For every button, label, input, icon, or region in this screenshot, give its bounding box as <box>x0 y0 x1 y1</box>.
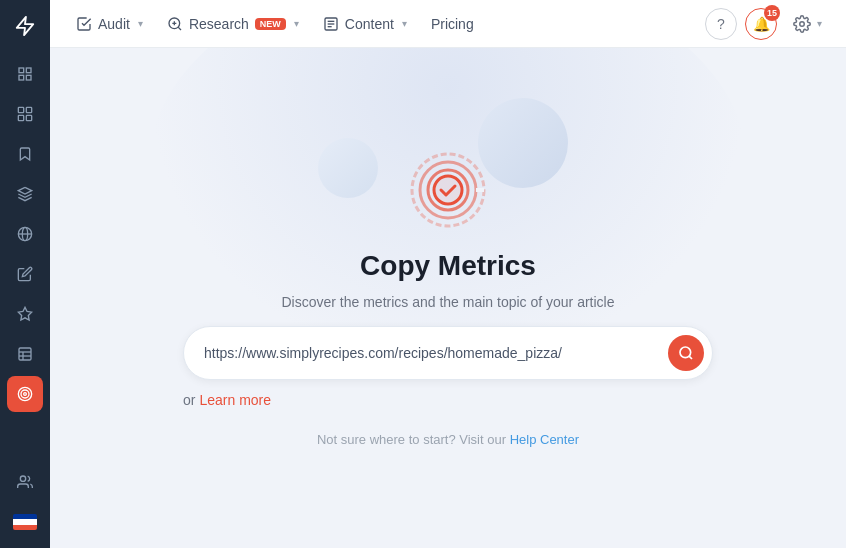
sidebar-item-users[interactable] <box>7 464 43 500</box>
help-center-text: Not sure where to start? Visit our Help … <box>317 432 579 447</box>
svg-point-30 <box>680 347 691 358</box>
notifications-button[interactable]: 🔔 15 <box>745 8 777 40</box>
nav-research-label: Research <box>189 16 249 32</box>
search-bar <box>183 326 713 380</box>
svg-rect-4 <box>18 107 23 112</box>
sidebar-item-edit[interactable] <box>7 256 43 292</box>
nav-content-label: Content <box>345 16 394 32</box>
svg-point-18 <box>24 393 27 396</box>
svg-rect-2 <box>19 75 24 80</box>
sidebar-item-table[interactable] <box>7 336 43 372</box>
sidebar-item-grid[interactable] <box>7 96 43 132</box>
help-center-link[interactable]: Help Center <box>510 432 579 447</box>
main-area: Audit ▾ Research New ▾ Content ▾ Pric <box>50 0 846 548</box>
nav-research[interactable]: Research New ▾ <box>157 10 309 38</box>
svg-marker-11 <box>18 307 31 320</box>
page-title: Copy Metrics <box>360 250 536 282</box>
content-area: Copy Metrics Discover the metrics and th… <box>50 48 846 548</box>
search-button[interactable] <box>668 335 704 371</box>
settings-icon <box>793 15 811 33</box>
svg-rect-5 <box>26 107 31 112</box>
sidebar-item-dashboard[interactable] <box>7 56 43 92</box>
svg-point-25 <box>800 21 805 26</box>
svg-rect-1 <box>26 68 31 73</box>
help-text: Not sure where to start? Visit our <box>317 432 506 447</box>
content-chevron: ▾ <box>402 18 407 29</box>
nav-audit-label: Audit <box>98 16 130 32</box>
svg-rect-6 <box>18 115 23 120</box>
center-content: Copy Metrics Discover the metrics and th… <box>50 150 846 447</box>
research-badge: New <box>255 18 286 30</box>
research-icon <box>167 16 183 32</box>
svg-rect-0 <box>19 68 24 73</box>
content-icon <box>323 16 339 32</box>
svg-rect-3 <box>26 75 31 80</box>
sidebar-item-target[interactable] <box>7 376 43 412</box>
copy-metrics-icon <box>408 150 488 230</box>
research-chevron: ▾ <box>294 18 299 29</box>
sidebar-item-globe[interactable] <box>7 216 43 252</box>
svg-point-19 <box>20 476 25 481</box>
learn-more-row: or Learn more <box>183 392 271 408</box>
header: Audit ▾ Research New ▾ Content ▾ Pric <box>50 0 846 48</box>
help-button[interactable]: ? <box>705 8 737 40</box>
sidebar-item-star[interactable] <box>7 296 43 332</box>
or-label: or <box>183 392 195 408</box>
sidebar-item-flag[interactable] <box>7 504 43 540</box>
nav-content[interactable]: Content ▾ <box>313 10 417 38</box>
svg-rect-7 <box>26 115 31 120</box>
nav-pricing[interactable]: Pricing <box>421 10 484 38</box>
search-icon <box>678 345 694 361</box>
nav-audit[interactable]: Audit ▾ <box>66 10 153 38</box>
header-actions: ? 🔔 15 ▾ <box>705 8 830 40</box>
target-svg <box>408 150 488 230</box>
notification-badge: 15 <box>764 5 780 21</box>
svg-point-29 <box>434 176 462 204</box>
svg-rect-12 <box>19 348 31 360</box>
url-input[interactable] <box>204 345 668 361</box>
audit-chevron: ▾ <box>138 18 143 29</box>
sidebar-logo[interactable] <box>7 8 43 44</box>
sidebar-item-layers[interactable] <box>7 176 43 212</box>
help-icon: ? <box>717 16 725 32</box>
audit-icon <box>76 16 92 32</box>
page-subtitle: Discover the metrics and the main topic … <box>281 294 614 310</box>
svg-point-17 <box>21 390 29 398</box>
sidebar-item-bookmark[interactable] <box>7 136 43 172</box>
sidebar <box>0 0 50 548</box>
settings-chevron: ▾ <box>817 18 822 29</box>
learn-more-link[interactable]: Learn more <box>199 392 271 408</box>
flag-icon <box>13 514 37 530</box>
nav-pricing-label: Pricing <box>431 16 474 32</box>
settings-button[interactable]: ▾ <box>785 9 830 39</box>
